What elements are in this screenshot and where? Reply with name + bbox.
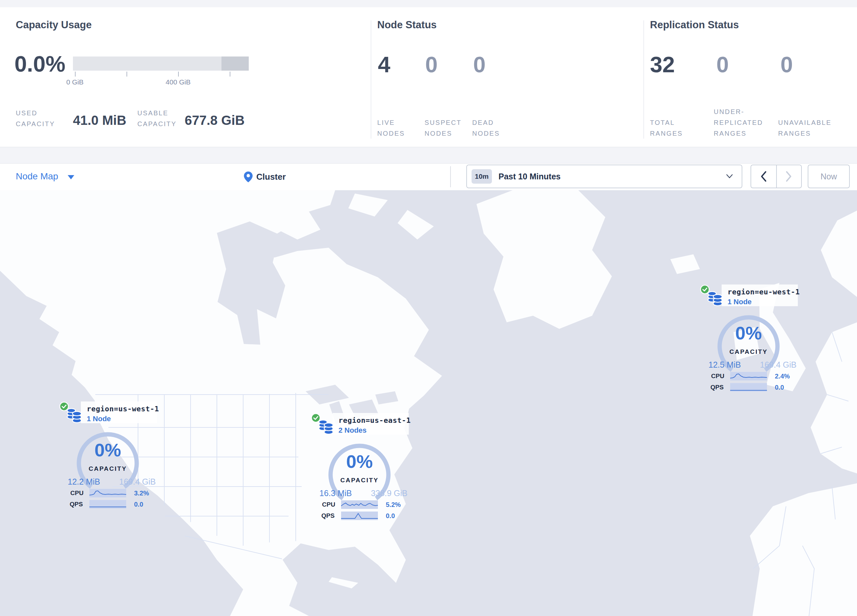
region-node-count[interactable]: 2 Nodes [339, 426, 367, 435]
qps-value: 0.0 [386, 512, 395, 520]
suspect-nodes-label: SUSPECT NODES [425, 117, 466, 139]
region-marker-us-east-1[interactable]: region=us-east-1 2 Nodes 0% CAPACITY 16.… [311, 412, 410, 526]
usable-capacity-value: 677.8 GiB [185, 113, 244, 128]
qps-label: QPS [710, 384, 724, 391]
capacity-bar [73, 57, 249, 71]
used-capacity-value: 41.0 MiB [73, 113, 126, 128]
under-replicated-count: 0 [716, 53, 729, 76]
live-nodes-label: LIVE NODES [377, 117, 418, 139]
chevron-down-icon[interactable] [68, 175, 74, 179]
cpu-value: 3.2% [134, 489, 149, 497]
total-ranges-label: TOTAL RANGES [650, 117, 696, 139]
region-used-capacity: 12.2 MiB [68, 477, 100, 486]
location-pin-icon [244, 171, 253, 184]
cpu-label: CPU [711, 372, 724, 380]
dead-nodes-count: 0 [473, 53, 486, 76]
used-capacity-label: USED CAPACITY [16, 108, 62, 130]
database-stack-icon [67, 408, 82, 425]
map-toolbar: Node Map Cluster 10m Past 10 Minutes [0, 163, 857, 191]
node-status-title: Node Status [377, 19, 437, 31]
under-replicated-label: UNDER-REPLICATED RANGES [714, 107, 780, 139]
live-nodes-count: 4 [378, 53, 390, 76]
qps-value: 0.0 [134, 501, 143, 508]
region-capacity-percent: 0% [326, 452, 392, 471]
view-selector-dropdown[interactable]: Node Map [16, 171, 58, 182]
time-range-select[interactable]: 10m Past 10 Minutes [466, 165, 742, 188]
cpu-value: 5.2% [386, 501, 401, 509]
region-capacity-label: CAPACITY [716, 348, 781, 355]
cpu-value: 2.4% [775, 372, 790, 380]
chevron-down-icon [726, 174, 733, 180]
database-stack-icon [707, 291, 723, 307]
time-prev-button[interactable] [751, 165, 777, 188]
region-capacity-percent: 0% [75, 441, 141, 459]
breadcrumb-cluster[interactable]: Cluster [256, 172, 286, 182]
qps-sparkline [341, 511, 378, 520]
region-capacity-label: CAPACITY [75, 465, 141, 472]
region-total-capacity: 169.4 GiB [119, 477, 156, 486]
region-name: region=us-west-1 [87, 405, 159, 413]
capacity-bar-reserved-segment [221, 57, 249, 71]
database-stack-icon [318, 420, 334, 436]
capacity-used-percent: 0.0% [14, 52, 65, 75]
toolbar-divider [450, 166, 451, 187]
capacity-tick-400: 400 GiB [158, 78, 198, 86]
section-divider [371, 20, 371, 139]
cpu-label: CPU [322, 501, 335, 508]
qps-label: QPS [70, 501, 83, 508]
axis-tick [230, 72, 230, 77]
capacity-tick-0: 0 GiB [55, 78, 94, 86]
time-next-button[interactable] [776, 165, 801, 188]
cluster-summary-band: Capacity Usage 0.0% 0 GiB 400 GiB USED C… [0, 7, 857, 147]
total-ranges-count: 32 [650, 53, 675, 76]
unavailable-count: 0 [780, 53, 793, 76]
time-range-badge: 10m [472, 169, 492, 184]
region-capacity-label: CAPACITY [326, 477, 392, 484]
axis-tick [75, 72, 76, 77]
cpu-sparkline [341, 500, 378, 509]
axis-tick [127, 72, 127, 77]
region-marker-us-west-1[interactable]: region=us-west-1 1 Node 0% CAPACITY 12.2… [59, 400, 158, 515]
region-capacity-percent: 0% [716, 324, 781, 342]
time-step-buttons [750, 165, 802, 188]
region-node-count[interactable]: 1 Node [87, 415, 111, 423]
axis-tick [178, 72, 179, 77]
qps-label: QPS [321, 512, 334, 519]
region-used-capacity: 16.3 MiB [319, 488, 352, 498]
region-name: region=us-east-1 [339, 416, 411, 425]
region-node-count[interactable]: 1 Node [727, 298, 752, 306]
cluster-overview-page: Capacity Usage 0.0% 0 GiB 400 GiB USED C… [0, 0, 857, 616]
dead-nodes-label: DEAD NODES [472, 117, 513, 139]
cpu-sparkline [90, 489, 126, 497]
qps-sparkline [730, 383, 767, 392]
cpu-sparkline [730, 372, 767, 380]
region-total-capacity: 338.9 GiB [371, 488, 407, 498]
suspect-nodes-count: 0 [425, 53, 438, 76]
region-name: region=eu-west-1 [727, 288, 800, 296]
region-total-capacity: 169.4 GiB [760, 360, 797, 370]
replication-status-title: Replication Status [650, 19, 739, 31]
section-divider [644, 20, 644, 139]
capacity-usage-title: Capacity Usage [16, 19, 92, 31]
time-range-value: Past 10 Minutes [498, 165, 561, 188]
cpu-label: CPU [70, 489, 84, 497]
usable-capacity-label: USABLE CAPACITY [138, 108, 187, 130]
region-used-capacity: 12.5 MiB [708, 360, 741, 370]
unavailable-label: UNAVAILABLE RANGES [778, 117, 847, 139]
region-marker-eu-west-1[interactable]: region=eu-west-1 1 Node 0% CAPACITY 12.5… [700, 283, 798, 398]
now-button[interactable]: Now [808, 165, 850, 188]
qps-sparkline [90, 500, 126, 509]
qps-value: 0.0 [775, 384, 784, 391]
